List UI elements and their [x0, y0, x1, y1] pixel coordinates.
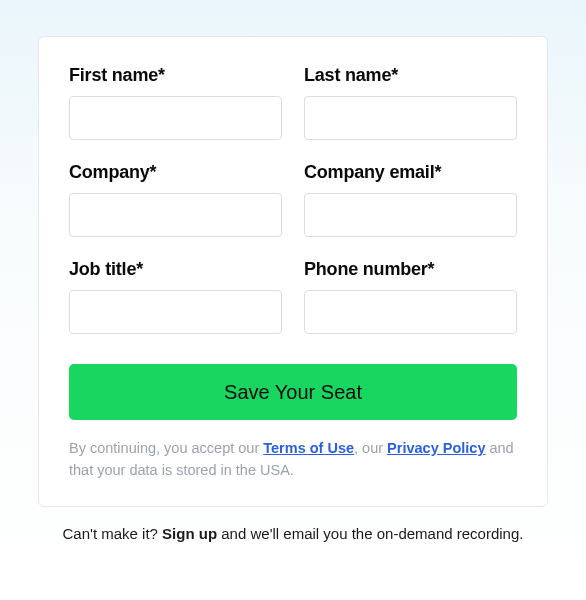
first-name-label: First name* — [69, 65, 282, 86]
footer-signup: Sign up — [162, 525, 217, 542]
privacy-policy-link[interactable]: Privacy Policy — [387, 440, 485, 456]
company-email-field: Company email* — [304, 162, 517, 237]
phone-number-input[interactable] — [304, 290, 517, 334]
form-row: Job title* Phone number* — [69, 259, 517, 334]
company-input[interactable] — [69, 193, 282, 237]
first-name-field: First name* — [69, 65, 282, 140]
form-row: Company* Company email* — [69, 162, 517, 237]
footer-note: Can't make it? Sign up and we'll email y… — [38, 525, 548, 542]
job-title-field: Job title* — [69, 259, 282, 334]
last-name-label: Last name* — [304, 65, 517, 86]
disclaimer-prefix: By continuing, you accept our — [69, 440, 263, 456]
phone-number-field: Phone number* — [304, 259, 517, 334]
job-title-label: Job title* — [69, 259, 282, 280]
phone-number-label: Phone number* — [304, 259, 517, 280]
registration-form-card: First name* Last name* Company* Company … — [38, 36, 548, 507]
first-name-input[interactable] — [69, 96, 282, 140]
job-title-input[interactable] — [69, 290, 282, 334]
last-name-input[interactable] — [304, 96, 517, 140]
company-label: Company* — [69, 162, 282, 183]
save-your-seat-button[interactable]: Save Your Seat — [69, 364, 517, 420]
form-row: First name* Last name* — [69, 65, 517, 140]
last-name-field: Last name* — [304, 65, 517, 140]
disclaimer-mid: , our — [354, 440, 387, 456]
terms-of-use-link[interactable]: Terms of Use — [263, 440, 354, 456]
footer-suffix: and we'll email you the on-demand record… — [217, 525, 523, 542]
company-email-input[interactable] — [304, 193, 517, 237]
company-email-label: Company email* — [304, 162, 517, 183]
footer-prefix: Can't make it? — [63, 525, 163, 542]
disclaimer-text: By continuing, you accept our Terms of U… — [69, 438, 517, 482]
company-field: Company* — [69, 162, 282, 237]
